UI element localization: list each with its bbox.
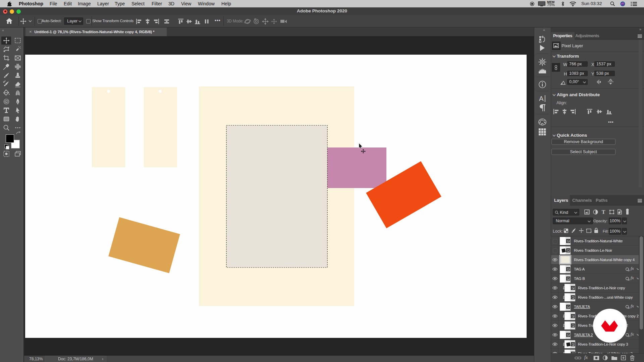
svg-text:A: A [539,95,544,102]
svg-text:T: T [602,209,605,215]
